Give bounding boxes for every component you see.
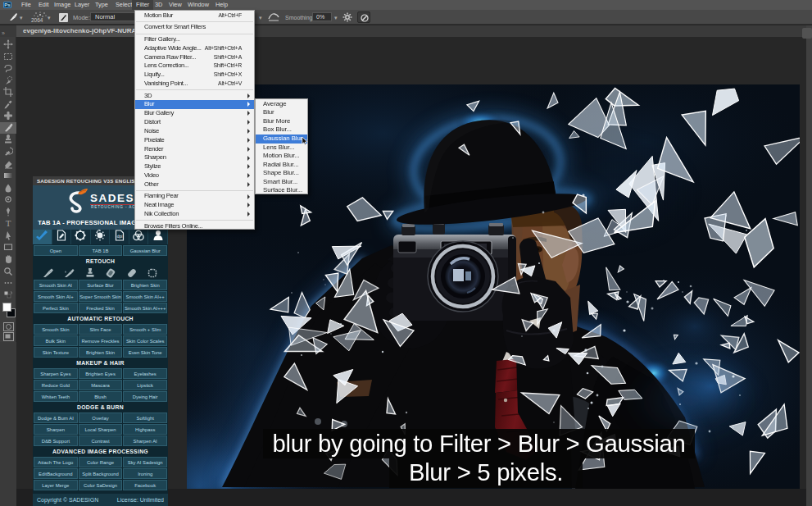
svg-text:T: T xyxy=(6,218,11,228)
svg-text:dpi: dpi xyxy=(116,234,122,239)
